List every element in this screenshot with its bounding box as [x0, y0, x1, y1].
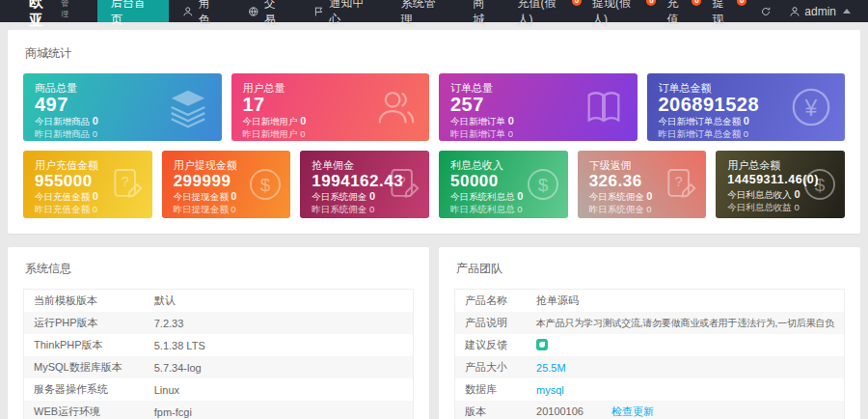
system-info-table: 当前模板版本默认 运行PHP版本7.2.33 ThinkPHP版本5.1.38 … [23, 289, 414, 419]
globe-icon [248, 6, 259, 17]
refresh-button[interactable] [748, 6, 783, 17]
badge-count: 0 [646, 0, 656, 6]
menu-item-roles[interactable]: 角色 [169, 0, 234, 22]
menu-item-label: 通知中心 [329, 0, 373, 28]
shortcut-recharge-fake[interactable]: 充值(假人) 0 [509, 0, 583, 28]
system-info-title: 系统信息 [23, 253, 414, 289]
bottom-section: 系统信息 当前模板版本默认 运行PHP版本7.2.33 ThinkPHP版本5.… [8, 247, 860, 419]
table-row: 产品说明 本产品只为学习测试交流,请勿要做商业或者用于违法行为,一切后果自负 [455, 312, 845, 334]
shortcut-withdraw-fake[interactable]: 提现(假人) 0 [583, 0, 658, 28]
shortcut-label: 充值(假人) [518, 0, 569, 28]
feedback-chat-icon[interactable] [536, 339, 548, 350]
product-info-table: 产品名称 抢单源码 产品说明 本产品只为学习测试交流,请勿要做商业或者用于违法行… [454, 289, 845, 419]
badge-count: 0 [692, 0, 701, 6]
stat-card-orders-amount: 订单总金额 206891528 今日新增订单总金额 0 昨日新增订单总金额 0 … [647, 73, 846, 141]
system-info-panel: 系统信息 当前模板版本默认 运行PHP版本7.2.33 ThinkPHP版本5.… [8, 247, 429, 419]
svg-text:¥: ¥ [804, 96, 818, 121]
svg-text:?: ? [121, 174, 128, 189]
layers-icon [166, 85, 210, 129]
shortcut-recharge[interactable]: 充值 0 [658, 0, 703, 28]
menu-item-system[interactable]: 系统管理 [388, 0, 459, 22]
check-update-link[interactable]: 检查更新 [611, 405, 654, 417]
svg-text:$: $ [815, 175, 826, 195]
shortcut-label: 提现 [712, 0, 734, 28]
product-info-panel: 产品团队 产品名称 抢单源码 产品说明 本产品只为学习测试交流,请勿要做商业或者… [439, 247, 860, 419]
user-dropdown[interactable]: admin [783, 5, 856, 18]
stat-card-orders-total: 订单总量 257 今日新增订单 0 昨日新增订单 0 [439, 73, 637, 141]
table-row: ThinkPHP版本5.1.38 LTS [24, 334, 414, 356]
table-row: 当前模板版本默认 [24, 290, 414, 313]
stats-row-2: 用户充值金额 955000 今日充值金额 0 昨日充值金额 0 ? 用户提现金额… [23, 151, 845, 218]
page-content: 商城统计 商品总量 497 今日新增商品 0 昨日新增商品 0 用户总量 17 … [0, 22, 868, 419]
stat-subline: 昨日系统佣金 0 [589, 203, 695, 215]
version-value: 20100106 [536, 405, 583, 417]
stat-card-user-balance: 用户总余额 14459311.46(0) 今日利息总收入 0 今日利息总收益 0… [716, 151, 845, 218]
product-size-link[interactable]: 25.5M [536, 362, 566, 374]
book-icon [582, 85, 626, 129]
stat-card-user-recharge: 用户充值金额 955000 今日充值金额 0 昨日充值金额 0 ? [23, 151, 152, 218]
app-logo[interactable]: 欧亚 管理 [0, 0, 97, 22]
mall-stats-panel: 商城统计 商品总量 497 今日新增商品 0 昨日新增商品 0 用户总量 17 … [8, 30, 860, 234]
user-icon [789, 6, 800, 17]
stat-card-goods-total: 商品总量 497 今日新增商品 0 昨日新增商品 0 [23, 73, 222, 141]
table-row: 产品名称 抢单源码 [455, 290, 845, 313]
stats-panel-title: 商城统计 [23, 38, 845, 73]
shortcut-label: 提现(假人) [592, 0, 643, 28]
table-row: 建议反馈 [455, 334, 845, 356]
dollar-icon: $ [525, 166, 561, 203]
stat-card-order-commission: 抢单佣金 1994162.43 今日系统佣金 0 昨日系统佣金 0 ? [300, 151, 429, 218]
stat-subline: 昨日系统佣金 0 [312, 203, 418, 215]
svg-text:?: ? [398, 174, 406, 189]
stat-card-user-withdraw: 用户提现金额 299999 今日提现金额 0 昨日提现金额 0 $ [162, 151, 291, 218]
dollar-icon: $ [247, 166, 284, 203]
navbar-right: 充值(假人) 0 提现(假人) 0 充值 0 提现 0 admin [509, 0, 868, 22]
stat-subline: 昨日提现金额 0 [174, 203, 280, 215]
database-link[interactable]: mysql [536, 384, 564, 396]
menu-item-notice-center[interactable]: 通知中心 [300, 0, 388, 22]
stats-row-1: 商品总量 497 今日新增商品 0 昨日新增商品 0 用户总量 17 今日新增用… [23, 73, 845, 141]
logo-text: 欧亚 [29, 0, 59, 30]
table-row: MySQL数据库版本5.7.34-log [24, 356, 414, 378]
dollar-icon: $ [801, 166, 838, 203]
yen-icon: ¥ [789, 85, 833, 129]
table-row: 运行PHP版本7.2.33 [24, 312, 414, 334]
menu-item-trade[interactable]: 交易 [234, 0, 300, 22]
table-row: 服务器操作系统Linux [24, 378, 414, 401]
menu-item-label: 商城 [473, 0, 495, 28]
product-info-title: 产品团队 [454, 253, 845, 289]
flag-icon [313, 6, 325, 17]
edit-note-icon: ? [386, 166, 422, 203]
shortcut-withdraw[interactable]: 提现 0 [703, 0, 748, 28]
stat-card-interest-income: 利息总收入 50000 今日系统利息总 0 昨日系统利息总 0 $ [439, 151, 568, 218]
menu-item-label: 系统管理 [401, 0, 446, 28]
menu-item-mall[interactable]: 商城 [459, 0, 508, 22]
stat-card-sub-rebate: 下级返佣 326.36 今日系统佣金 0 昨日系统佣金 0 ? [578, 151, 707, 218]
refresh-icon [760, 6, 772, 17]
menu-item-home[interactable]: 后台首页 [97, 0, 169, 22]
menu-item-label: 角色 [199, 0, 221, 28]
main-menu: 后台首页 角色 交易 通知中心 系统管理 商城 [97, 0, 508, 22]
edit-note-icon: ? [663, 166, 699, 203]
logo-sup-text: 管理 [61, 0, 76, 19]
edit-note-icon: ? [109, 166, 146, 203]
chevron-up-icon [843, 9, 851, 14]
table-row: 版本 20100106 检查更新 [455, 401, 845, 419]
svg-text:?: ? [675, 174, 683, 189]
top-navbar: 欧亚 管理 后台首页 角色 交易 通知中心 系统管理 商城 充值(假人) 0 [0, 0, 868, 22]
username: admin [804, 5, 836, 18]
svg-text:$: $ [260, 175, 271, 195]
table-row: 数据库 mysql [455, 378, 845, 401]
svg-text:$: $ [537, 175, 548, 195]
table-row: WEB运行环境fpm-fcgi [24, 401, 414, 419]
table-row: 产品大小 25.5M [455, 356, 845, 378]
menu-item-label: 后台首页 [111, 0, 155, 28]
stat-subline: 昨日充值金额 0 [35, 203, 141, 215]
shortcut-label: 充值 [666, 0, 689, 28]
badge-count: 0 [737, 0, 746, 6]
user-icon [182, 6, 194, 17]
users-icon [373, 85, 418, 129]
menu-item-label: 交易 [264, 0, 286, 28]
stat-card-users-total: 用户总量 17 今日新增用户 0 昨日新增用户 0 [231, 73, 430, 141]
badge-count: 0 [572, 0, 582, 6]
stat-subline: 昨日系统利息总 0 [450, 203, 556, 215]
